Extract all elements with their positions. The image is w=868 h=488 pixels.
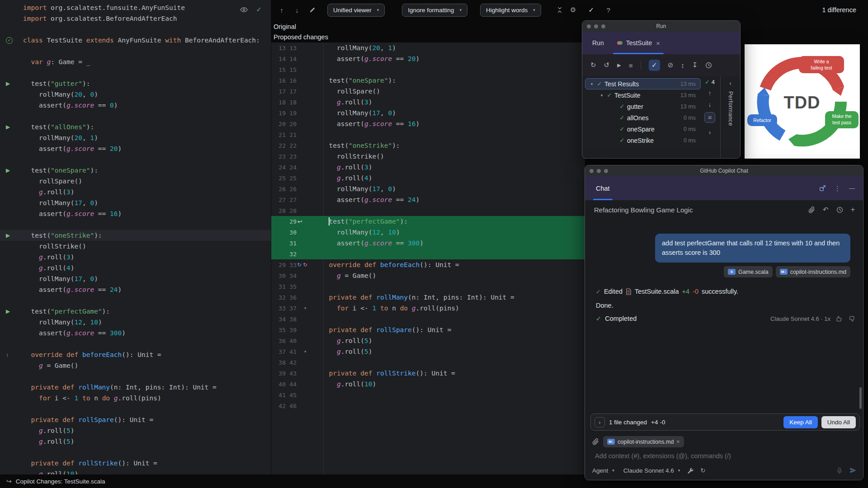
chat-input[interactable]: Add context (#), extensions (@), command… bbox=[595, 452, 731, 460]
diff-row[interactable]: 3236 private def rollMany(n: Int, pins: … bbox=[271, 292, 585, 303]
code-line[interactable] bbox=[0, 154, 271, 165]
fold-region-icon[interactable]: ▾ bbox=[304, 306, 307, 310]
run-class-icon[interactable]: ✓ bbox=[6, 37, 13, 44]
tab-chat[interactable]: Chat bbox=[593, 176, 613, 200]
code-line[interactable]: g.roll(4) bbox=[0, 263, 271, 273]
diff-row[interactable]: 3438 bbox=[271, 314, 585, 324]
window-control-dot[interactable] bbox=[587, 24, 591, 28]
chat-window-titlebar[interactable]: GitHub Copilot Chat bbox=[585, 165, 863, 176]
more-options-icon[interactable]: ⋮ bbox=[834, 184, 841, 192]
code-line[interactable]: assert(g.score == 300) bbox=[0, 328, 271, 338]
diff-row[interactable]: 2626 rollMany(17, 0) bbox=[271, 183, 585, 194]
close-tab-icon[interactable]: × bbox=[656, 39, 660, 47]
run-test-icon[interactable]: ▶ bbox=[6, 309, 10, 314]
previous-test-icon[interactable]: ↑ bbox=[708, 89, 712, 97]
code-line[interactable]: g.roll(5) bbox=[0, 425, 271, 436]
diff-row[interactable]: 2121 bbox=[271, 129, 585, 140]
code-line[interactable]: rollMany(20, 0) bbox=[0, 89, 271, 100]
run-test-icon[interactable]: ▶ bbox=[6, 124, 10, 130]
code-line[interactable] bbox=[0, 404, 271, 414]
diff-row[interactable]: 1515 bbox=[271, 64, 585, 75]
code-line[interactable]: import org.scalatest.funsuite.AnyFunSuit… bbox=[0, 2, 271, 13]
code-line[interactable]: g.roll(3) bbox=[0, 187, 271, 197]
code-line[interactable] bbox=[0, 46, 271, 56]
change-marker-icon[interactable]: ↻ bbox=[297, 262, 302, 268]
status-message[interactable]: Copilot Changes: TestSuite.scala bbox=[16, 478, 105, 485]
code-line[interactable]: assert(g.score == 20) bbox=[0, 143, 271, 154]
code-line[interactable]: ▶ test("oneStrike"): bbox=[0, 230, 271, 241]
code-line[interactable] bbox=[0, 371, 271, 382]
context-chip[interactable]: SGame.scala bbox=[724, 266, 773, 277]
mode-selector[interactable]: Agent▾ bbox=[592, 467, 614, 474]
diff-row[interactable]: 3741▾ g.roll(5) bbox=[271, 346, 585, 357]
run-test-icon[interactable]: ▶ bbox=[6, 81, 10, 86]
keep-all-button[interactable]: Keep All bbox=[783, 416, 818, 428]
edited-file-name[interactable]: TestSuite.scala bbox=[635, 288, 679, 295]
apply-changes-icon[interactable]: ✓ bbox=[586, 6, 596, 14]
thumbs-down-icon[interactable] bbox=[848, 315, 855, 322]
window-control-dot[interactable] bbox=[590, 169, 594, 173]
diff-row[interactable]: 2525 g.roll(4) bbox=[271, 173, 585, 183]
window-control-dot[interactable] bbox=[594, 24, 598, 28]
tab-performance[interactable]: Performance bbox=[727, 91, 734, 126]
undo-all-button[interactable]: Undo All bbox=[821, 416, 856, 428]
code-line[interactable] bbox=[0, 338, 271, 349]
diff-row[interactable]: 1919 rollMany(17, 0) bbox=[271, 108, 585, 118]
diff-row[interactable]: 2933↻↻ override def beforeEach(): Unit = bbox=[271, 259, 585, 270]
settings-icon[interactable]: ⚙ bbox=[568, 6, 578, 14]
model-selector[interactable]: Claude Sonnet 4.6▾ bbox=[623, 467, 680, 474]
toggle-auto-test-icon[interactable]: ▶ bbox=[617, 62, 621, 68]
code-line[interactable]: rollStrike() bbox=[0, 241, 271, 252]
code-line[interactable]: rollMany(20, 1) bbox=[0, 132, 271, 143]
send-icon[interactable] bbox=[849, 467, 857, 474]
override-marker-icon[interactable]: ↑ bbox=[6, 352, 9, 358]
diff-row[interactable]: 4246 bbox=[271, 400, 585, 411]
code-line[interactable]: ↑ override def beforeEach(): Unit = bbox=[0, 349, 271, 360]
rollback-change-icon[interactable]: ↩ bbox=[297, 218, 302, 225]
diff-row[interactable]: 1717 rollSpare() bbox=[271, 86, 585, 97]
code-line[interactable]: ✓class TestSuite extends AnyFunSuite wit… bbox=[0, 35, 271, 46]
show-ignored-icon[interactable]: ⊘ bbox=[668, 61, 674, 69]
code-line[interactable]: ▶ test("gutter"): bbox=[0, 78, 271, 89]
diff-row[interactable]: 31 assert(g.score == 300) bbox=[271, 238, 585, 249]
undo-icon[interactable]: ↶ bbox=[823, 206, 829, 214]
stop-icon[interactable]: ■ bbox=[629, 61, 633, 69]
diff-row[interactable]: 3135 bbox=[271, 281, 585, 292]
attach-icon[interactable] bbox=[808, 206, 815, 213]
diff-row[interactable]: 2020 assert(g.score == 16) bbox=[271, 118, 585, 129]
diff-row[interactable]: 4145 bbox=[271, 389, 585, 400]
quick-filter-icon[interactable]: ≡ bbox=[704, 112, 715, 123]
change-marker-icon[interactable]: ↻ bbox=[303, 262, 307, 268]
expand-chevron-icon[interactable]: ▾ bbox=[588, 82, 595, 86]
diff-row[interactable]: 3539 private def rollSpare(): Unit = bbox=[271, 324, 585, 335]
code-line[interactable]: assert(g.score == 16) bbox=[0, 208, 271, 219]
code-line[interactable]: g.roll(3) bbox=[0, 252, 271, 263]
diff-row[interactable]: 1616 test("oneSpare"): bbox=[271, 75, 585, 86]
code-line[interactable]: ▶ test("perfectGame"): bbox=[0, 306, 271, 317]
viewer-mode-dropdown[interactable]: Unified viewer▾ bbox=[327, 4, 385, 17]
code-line[interactable]: rollMany(17, 0) bbox=[0, 197, 271, 208]
scrollbar-thumb[interactable] bbox=[859, 387, 862, 409]
diff-row[interactable]: 32 bbox=[271, 249, 585, 259]
test-tree-item-onespare[interactable]: ✓oneSpare0 ms bbox=[585, 123, 701, 135]
code-line[interactable]: g.roll(10) bbox=[0, 469, 271, 474]
minimize-icon[interactable]: — bbox=[849, 185, 855, 192]
code-line[interactable]: rollMany(17, 0) bbox=[0, 273, 271, 284]
code-line[interactable] bbox=[0, 219, 271, 230]
tab-run[interactable]: Run bbox=[586, 32, 610, 54]
next-test-icon[interactable]: ↓ bbox=[708, 101, 712, 108]
voice-icon[interactable] bbox=[836, 467, 843, 474]
fold-region-icon[interactable]: ▾ bbox=[304, 349, 307, 354]
expand-panel-icon[interactable]: › bbox=[709, 129, 711, 136]
diff-row[interactable]: 30 rollMany(12, 10) bbox=[271, 227, 585, 238]
next-difference-icon[interactable]: ↓ bbox=[292, 6, 302, 14]
new-chat-icon[interactable]: + bbox=[851, 206, 855, 214]
test-tree-item-gutter[interactable]: ✓gutter13 ms bbox=[585, 101, 701, 112]
code-line[interactable] bbox=[0, 67, 271, 78]
diff-row[interactable]: 2727 assert(g.score == 24) bbox=[271, 194, 585, 205]
tools-icon[interactable] bbox=[687, 467, 694, 474]
diff-row[interactable]: 3034 g = Game() bbox=[271, 270, 585, 281]
test-tree-item-allones[interactable]: ✓allOnes0 ms bbox=[585, 112, 701, 123]
import-test-results-icon[interactable]: ↧ bbox=[692, 61, 698, 69]
diff-row[interactable]: 1414 assert(g.score == 20) bbox=[271, 53, 585, 64]
